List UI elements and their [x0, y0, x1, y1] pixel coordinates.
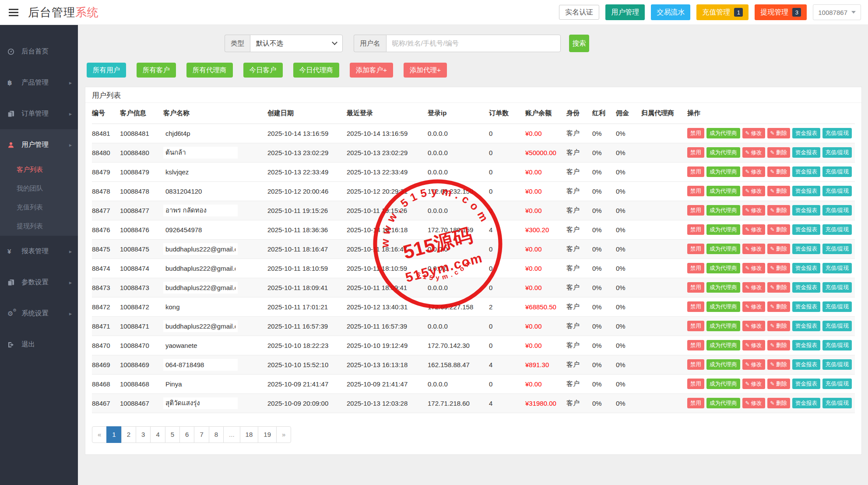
disable-button[interactable]: 禁用 — [687, 128, 704, 138]
sidebar-item-params[interactable]: 参数设置▸ — [0, 267, 78, 298]
become-agent-button[interactable]: 成为代理商 — [706, 359, 740, 370]
edit-button[interactable]: ✎修改 — [742, 263, 765, 273]
delete-button[interactable]: ✎删除 — [767, 166, 790, 177]
edit-button[interactable]: ✎修改 — [742, 398, 765, 408]
page-5[interactable]: 5 — [165, 426, 180, 443]
recharge-withdraw-button[interactable]: 充值/提现 — [822, 301, 852, 312]
delete-button[interactable]: ✎删除 — [767, 205, 790, 216]
customer-name-input[interactable] — [163, 301, 238, 313]
recharge-withdraw-button[interactable]: 充值/提现 — [822, 147, 852, 158]
withdraw-manage-button[interactable]: 提现管理 3 — [755, 4, 807, 20]
disable-button[interactable]: 禁用 — [687, 282, 704, 293]
funds-report-button[interactable]: 资金报表 — [792, 398, 820, 408]
recharge-withdraw-button[interactable]: 充值/提现 — [822, 224, 852, 235]
recharge-withdraw-button[interactable]: 充值/提现 — [822, 282, 852, 293]
sidebar-item-reports[interactable]: ¥报表管理▸ — [0, 236, 78, 267]
become-agent-button[interactable]: 成为代理商 — [706, 398, 740, 408]
page-7[interactable]: 7 — [194, 426, 209, 443]
delete-button[interactable]: ✎删除 — [767, 263, 790, 273]
page-19[interactable]: 19 — [258, 426, 277, 443]
sidebar-subitem-my-team[interactable]: 我的团队 — [0, 179, 78, 198]
delete-button[interactable]: ✎删除 — [767, 224, 790, 235]
become-agent-button[interactable]: 成为代理商 — [706, 301, 740, 312]
sidebar-subitem-customer-list[interactable]: 客户列表 — [0, 160, 78, 179]
delete-button[interactable]: ✎删除 — [767, 359, 790, 370]
become-agent-button[interactable]: 成为代理商 — [706, 244, 740, 254]
edit-button[interactable]: ✎修改 — [742, 282, 765, 293]
funds-report-button[interactable]: 资金报表 — [792, 224, 820, 235]
customer-name-input[interactable] — [163, 224, 238, 236]
edit-button[interactable]: ✎修改 — [742, 128, 765, 138]
delete-button[interactable]: ✎删除 — [767, 244, 790, 254]
become-agent-button[interactable]: 成为代理商 — [706, 166, 740, 177]
edit-button[interactable]: ✎修改 — [742, 147, 765, 158]
recharge-withdraw-button[interactable]: 充值/提现 — [822, 128, 852, 138]
sidebar-item-logout[interactable]: 退出 — [0, 329, 78, 360]
disable-button[interactable]: 禁用 — [687, 263, 704, 273]
become-agent-button[interactable]: 成为代理商 — [706, 186, 740, 196]
type-select[interactable]: 默认不选 — [250, 35, 343, 52]
recharge-withdraw-button[interactable]: 充值/提现 — [822, 166, 852, 177]
become-agent-button[interactable]: 成为代理商 — [706, 205, 740, 216]
delete-button[interactable]: ✎删除 — [767, 340, 790, 350]
add-agent-button[interactable]: 添加代理+ — [404, 63, 447, 78]
menu-toggle-icon[interactable] — [7, 7, 20, 18]
disable-button[interactable]: 禁用 — [687, 244, 704, 254]
page-4[interactable]: 4 — [150, 426, 165, 443]
edit-button[interactable]: ✎修改 — [742, 205, 765, 216]
recharge-withdraw-button[interactable]: 充值/提现 — [822, 263, 852, 273]
sidebar-subitem-recharge-list[interactable]: 充值列表 — [0, 198, 78, 217]
customer-name-input[interactable] — [163, 243, 238, 255]
sidebar-item-system[interactable]: ⚙⚙系统设置▸ — [0, 298, 78, 329]
disable-button[interactable]: 禁用 — [687, 398, 704, 408]
customer-name-input[interactable] — [163, 378, 238, 390]
become-agent-button[interactable]: 成为代理商 — [706, 224, 740, 235]
sidebar-item-products[interactable]: ฿产品管理▸ — [0, 67, 78, 98]
edit-button[interactable]: ✎修改 — [742, 301, 765, 312]
customer-name-input[interactable] — [163, 166, 238, 178]
today-customers-button[interactable]: 今日客户 — [243, 63, 283, 78]
page-1[interactable]: 1 — [106, 426, 121, 443]
customer-name-input[interactable] — [163, 359, 238, 371]
become-agent-button[interactable]: 成为代理商 — [706, 263, 740, 273]
funds-report-button[interactable]: 资金报表 — [792, 244, 820, 254]
user-manage-button[interactable]: 用户管理 — [605, 4, 645, 20]
disable-button[interactable]: 禁用 — [687, 186, 704, 196]
become-agent-button[interactable]: 成为代理商 — [706, 379, 740, 389]
page-2[interactable]: 2 — [121, 426, 136, 443]
customer-name-input[interactable] — [163, 147, 238, 159]
funds-report-button[interactable]: 资金报表 — [792, 321, 820, 331]
sidebar-item-users[interactable]: 用户管理▸ — [0, 129, 78, 160]
funds-report-button[interactable]: 资金报表 — [792, 147, 820, 158]
become-agent-button[interactable]: 成为代理商 — [706, 282, 740, 293]
edit-button[interactable]: ✎修改 — [742, 321, 765, 331]
customer-name-input[interactable] — [163, 262, 238, 274]
edit-button[interactable]: ✎修改 — [742, 186, 765, 196]
disable-button[interactable]: 禁用 — [687, 205, 704, 216]
edit-button[interactable]: ✎修改 — [742, 359, 765, 370]
sidebar-item-orders[interactable]: 订单管理▸ — [0, 98, 78, 129]
become-agent-button[interactable]: 成为代理商 — [706, 340, 740, 350]
recharge-withdraw-button[interactable]: 充值/提现 — [822, 379, 852, 389]
become-agent-button[interactable]: 成为代理商 — [706, 128, 740, 138]
edit-button[interactable]: ✎修改 — [742, 379, 765, 389]
recharge-withdraw-button[interactable]: 充值/提现 — [822, 340, 852, 350]
delete-button[interactable]: ✎删除 — [767, 128, 790, 138]
recharge-withdraw-button[interactable]: 充值/提现 — [822, 186, 852, 196]
funds-report-button[interactable]: 资金报表 — [792, 166, 820, 177]
delete-button[interactable]: ✎删除 — [767, 147, 790, 158]
customer-name-input[interactable] — [163, 127, 238, 139]
funds-report-button[interactable]: 资金报表 — [792, 186, 820, 196]
account-dropdown[interactable]: 10087867 — [813, 4, 861, 20]
disable-button[interactable]: 禁用 — [687, 379, 704, 389]
disable-button[interactable]: 禁用 — [687, 147, 704, 158]
funds-report-button[interactable]: 资金报表 — [792, 340, 820, 350]
disable-button[interactable]: 禁用 — [687, 224, 704, 235]
disable-button[interactable]: 禁用 — [687, 301, 704, 312]
customer-name-input[interactable] — [163, 397, 238, 409]
page-3[interactable]: 3 — [136, 426, 151, 443]
page-prev[interactable]: « — [92, 426, 107, 443]
customer-name-input[interactable] — [163, 340, 238, 351]
disable-button[interactable]: 禁用 — [687, 166, 704, 177]
transaction-flow-button[interactable]: 交易流水 — [651, 4, 690, 20]
